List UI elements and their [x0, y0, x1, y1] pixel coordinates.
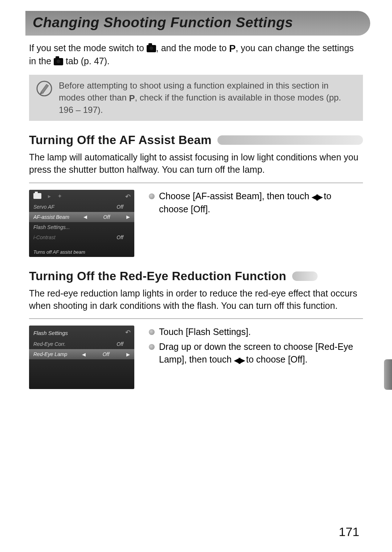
- menu-help-text: Turns off AF assist beam: [33, 249, 85, 255]
- note-box: Before attempting to shoot using a funct…: [29, 75, 363, 121]
- arrow-left-icon: ◀: [82, 352, 86, 357]
- heading-accent-bar: [217, 135, 363, 145]
- section-heading-row: Turning Off the Red-Eye Reduction Functi…: [29, 269, 363, 283]
- arrow-right-icon: ▶: [126, 352, 130, 357]
- menu-row: Red-Eye Corr. Off: [29, 339, 134, 349]
- menu-row: i-Contrast Off: [29, 232, 134, 242]
- note-text: Before attempting to shoot using a funct…: [59, 80, 356, 116]
- p-mode-icon: P: [229, 42, 236, 55]
- bullet-icon: [149, 329, 155, 335]
- section1-screenshot: ▸ ✦ ↶ Servo AF Off AF-assist Beam ◀ Off …: [29, 190, 134, 257]
- bullet-icon: [149, 193, 155, 199]
- screenshot-title: Flash Settings: [29, 328, 134, 339]
- bullet-icon: [149, 344, 155, 350]
- section1-steps: Choose [AF-assist Beam], then touch ◀▶ t…: [149, 190, 363, 257]
- heading-accent-bar: [292, 271, 318, 281]
- camera-tab-icon: [33, 193, 41, 199]
- divider: [29, 183, 363, 183]
- section2-screenshot: Flash Settings ↶ Red-Eye Corr. Off Red-E…: [29, 326, 134, 389]
- arrow-right-icon: ▶: [126, 214, 130, 220]
- pencil-icon: [36, 80, 53, 97]
- page-title: Changing Shooting Function Settings: [33, 15, 363, 30]
- step-item: Touch [Flash Settings].: [149, 326, 363, 338]
- camera-icon: [54, 58, 63, 65]
- p-mode-icon: P: [129, 93, 135, 104]
- tools-tab-icon: ✦: [57, 193, 62, 200]
- section1-body: The lamp will automatically light to ass…: [29, 151, 363, 176]
- left-right-icon: ◀▶: [234, 355, 244, 366]
- divider: [29, 318, 363, 319]
- step-item: Choose [AF-assist Beam], then touch ◀▶ t…: [149, 190, 363, 216]
- section2-heading: Turning Off the Red-Eye Reduction Functi…: [29, 269, 286, 283]
- step-item: Drag up or down the screen to choose [Re…: [149, 340, 363, 366]
- page-number: 171: [339, 525, 359, 539]
- menu-row: Flash Settings...: [29, 222, 134, 232]
- page-title-banner: Changing Shooting Function Settings: [25, 11, 370, 36]
- back-icon: ↶: [125, 193, 131, 201]
- back-icon: ↶: [125, 328, 131, 336]
- left-right-icon: ◀▶: [312, 192, 321, 203]
- play-tab-icon: ▸: [48, 193, 51, 200]
- menu-row-selected: Red-Eye Lamp ◀ Off ▶: [29, 349, 134, 359]
- section2-body: The red-eye reduction lamp lights in ord…: [29, 287, 363, 312]
- section-heading-row: Turning Off the AF Assist Beam: [29, 133, 363, 147]
- page-thumb-tab: [384, 359, 392, 390]
- camera-icon: [147, 45, 156, 52]
- section1-heading: Turning Off the AF Assist Beam: [29, 133, 212, 147]
- arrow-left-icon: ◀: [83, 214, 87, 220]
- intro-paragraph: If you set the mode switch to , and the …: [29, 42, 363, 68]
- section2-split: Flash Settings ↶ Red-Eye Corr. Off Red-E…: [29, 326, 363, 389]
- section1-split: ▸ ✦ ↶ Servo AF Off AF-assist Beam ◀ Off …: [29, 190, 363, 257]
- menu-row: Servo AF Off: [29, 202, 134, 212]
- section2-steps: Touch [Flash Settings]. Drag up or down …: [149, 326, 363, 389]
- menu-row-selected: AF-assist Beam ◀ Off ▶: [29, 212, 134, 222]
